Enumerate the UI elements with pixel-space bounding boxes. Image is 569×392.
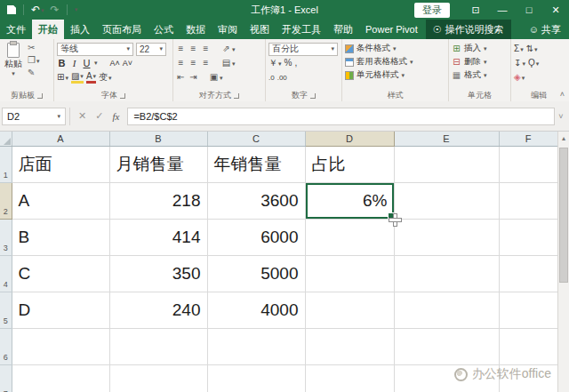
dialog-launcher-icon[interactable] — [234, 93, 239, 99]
cell-e1[interactable] — [394, 147, 499, 183]
cell-a7[interactable] — [12, 365, 109, 392]
autosum-button[interactable]: Σ▾ — [514, 44, 524, 53]
tab-page-layout[interactable]: 页面布局 — [96, 20, 148, 39]
maximize-button[interactable]: □ — [516, 0, 542, 20]
merge-center-button[interactable]: ▣▾ — [209, 73, 223, 82]
minimize-button[interactable]: — — [489, 0, 516, 20]
share-button[interactable]: ☺ 共享 — [521, 20, 569, 39]
signin-button[interactable]: 登录 — [414, 3, 450, 18]
cell-a6[interactable] — [12, 329, 109, 365]
cell-c3[interactable]: 6000 — [207, 220, 305, 256]
cell-c5[interactable]: 4000 — [207, 292, 305, 329]
customize-qat-icon[interactable]: ▾ — [75, 6, 78, 13]
cell-c1[interactable]: 年销售量 — [207, 147, 305, 183]
tab-home[interactable]: 开始 — [32, 20, 64, 39]
cell-b1[interactable]: 月销售量 — [109, 147, 207, 183]
cell-a4[interactable]: C — [12, 256, 109, 292]
tell-me-search[interactable]: ☉ 操作说明搜索 — [426, 20, 511, 39]
orientation-button[interactable]: ⇗▾ — [221, 44, 236, 53]
col-header-d[interactable]: D — [305, 132, 394, 147]
cell-c4[interactable]: 5000 — [207, 256, 305, 292]
col-header-a[interactable]: A — [12, 132, 109, 147]
formula-input[interactable]: =B2/$C$2 — [127, 108, 555, 125]
cell-e4[interactable] — [394, 256, 499, 292]
cell-d5[interactable] — [305, 292, 394, 329]
align-left-button[interactable]: ≡ — [176, 59, 186, 68]
cell-d1[interactable]: 占比 — [305, 147, 394, 183]
number-format-select[interactable]: 百分比▾ — [268, 43, 338, 56]
sort-filter-button[interactable]: ⇅▾ — [526, 44, 538, 53]
enter-entry-icon[interactable]: ✓ — [91, 110, 108, 122]
close-button[interactable]: ✕ — [542, 0, 569, 20]
cell-b4[interactable]: 350 — [109, 256, 207, 292]
grow-font-button[interactable]: A˄ — [110, 59, 120, 68]
cell-styles-button[interactable]: 单元格样式 ▾ — [345, 68, 445, 82]
dialog-launcher-icon[interactable] — [310, 93, 316, 99]
italic-button[interactable]: I — [69, 58, 79, 68]
row-header-3[interactable]: 3 — [0, 220, 12, 256]
top-align-button[interactable]: ≡ — [176, 44, 186, 53]
vertical-scrollbar[interactable]: ▴ — [557, 132, 569, 392]
collapse-ribbon-icon[interactable]: ˄ — [560, 90, 565, 99]
dialog-launcher-icon[interactable] — [120, 93, 125, 99]
tab-formulas[interactable]: 公式 — [148, 20, 180, 39]
paste-button[interactable]: 粘贴 ▾ — [3, 42, 24, 78]
borders-button[interactable]: ⊞▾ — [57, 73, 68, 82]
cell-f4[interactable] — [499, 256, 557, 292]
cell-f3[interactable] — [499, 220, 557, 256]
undo-button[interactable]: ↶▾ — [31, 4, 44, 15]
cell-c6[interactable] — [207, 329, 305, 365]
find-select-button[interactable]: Ϙ▾ — [528, 59, 539, 68]
row-header-7[interactable]: 7 — [0, 365, 12, 392]
conditional-formatting-button[interactable]: 条件格式 ▾ — [345, 42, 445, 55]
decrease-indent-button[interactable]: ⇤ — [176, 73, 186, 82]
percent-style-button[interactable]: % — [284, 59, 293, 68]
cell-b2[interactable]: 218 — [109, 183, 207, 220]
cell-d2-selected[interactable]: 6% — [305, 183, 394, 220]
cell-b5[interactable]: 240 — [109, 292, 207, 329]
scroll-up-icon[interactable]: ▴ — [558, 132, 569, 145]
font-size-select[interactable]: 22▾ — [136, 43, 166, 56]
name-box[interactable]: D2▾ — [2, 108, 66, 125]
insert-function-icon[interactable]: fx — [108, 111, 124, 122]
format-painter-button[interactable]: ✎ — [28, 68, 39, 78]
cell-e6[interactable] — [394, 329, 499, 365]
cell-d4[interactable] — [305, 256, 394, 292]
bottom-align-button[interactable]: ≡ — [201, 44, 211, 53]
tab-developer[interactable]: 开发工具 — [276, 20, 327, 39]
font-name-select[interactable]: 等线▾ — [57, 43, 133, 56]
bold-button[interactable]: B — [57, 58, 67, 68]
cell-d3[interactable] — [305, 220, 394, 256]
cut-button[interactable]: ✂ — [28, 43, 39, 53]
increase-indent-button[interactable]: ⇥ — [188, 73, 198, 82]
cell-e3[interactable] — [394, 220, 499, 256]
cell-a5[interactable]: D — [12, 292, 109, 329]
decrease-decimal-button[interactable]: .00 — [277, 74, 287, 82]
tab-insert[interactable]: 插入 — [64, 20, 96, 39]
comma-style-button[interactable]: , — [294, 59, 297, 68]
clear-button[interactable]: ◈▾ — [514, 73, 525, 82]
shrink-font-button[interactable]: A˅ — [123, 59, 132, 68]
cell-f1[interactable] — [499, 147, 557, 183]
cell-f2[interactable] — [499, 183, 557, 220]
row-header-2[interactable]: 2 — [0, 183, 12, 220]
tab-view[interactable]: 视图 — [244, 20, 276, 39]
cell-f5[interactable] — [499, 292, 557, 329]
tab-help[interactable]: 帮助 — [327, 20, 359, 39]
tab-file[interactable]: 文件 — [0, 20, 32, 39]
row-header-4[interactable]: 4 — [0, 256, 12, 292]
tab-power-pivot[interactable]: Power Pivot — [359, 20, 424, 39]
middle-align-button[interactable]: ≡ — [188, 44, 198, 53]
cell-f6[interactable] — [499, 329, 557, 365]
tab-data[interactable]: 数据 — [180, 20, 212, 39]
col-header-f[interactable]: F — [499, 132, 557, 147]
tab-review[interactable]: 审阅 — [212, 20, 244, 39]
format-as-table-button[interactable]: 套用表格格式 ▾ — [345, 55, 445, 68]
cell-e2[interactable] — [394, 183, 499, 220]
col-header-c[interactable]: C — [207, 132, 305, 147]
dialog-launcher-icon[interactable] — [37, 93, 43, 99]
row-header-6[interactable]: 6 — [0, 329, 12, 365]
font-color-button[interactable]: A▾ — [86, 72, 96, 84]
underline-button[interactable]: U — [82, 58, 92, 68]
increase-decimal-button[interactable]: .0 — [268, 74, 275, 82]
